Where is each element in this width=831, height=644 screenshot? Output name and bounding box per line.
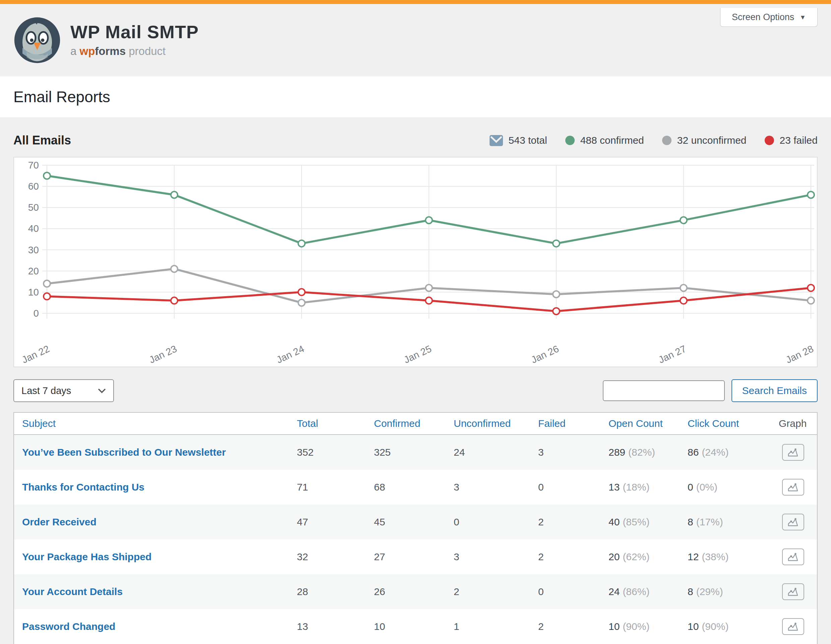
graph-cell: [771, 618, 817, 635]
row-graph-button[interactable]: [782, 444, 804, 461]
click-count-cell: 8(17%): [680, 516, 771, 528]
email-subject-link[interactable]: Your Package Has Shipped: [22, 551, 151, 562]
mini-graph-icon: [788, 622, 799, 631]
email-subject-link[interactable]: Thanks for Contacting Us: [22, 482, 145, 493]
date-range-select[interactable]: Last 7 days: [13, 379, 114, 402]
dot-icon: [765, 136, 774, 145]
search-input[interactable]: [603, 380, 725, 401]
svg-text:Jan 22: Jan 22: [20, 343, 51, 365]
subject-cell: Your Account Details: [14, 586, 289, 598]
click-count-cell: 10(90%): [680, 621, 771, 632]
mini-graph-icon: [788, 482, 799, 492]
subject-cell: Order Received: [14, 516, 289, 528]
row-graph-button[interactable]: [782, 479, 804, 496]
email-subject-link[interactable]: Order Received: [22, 516, 97, 527]
legend-item: 488 confirmed: [565, 135, 644, 146]
data-point-unconfirmed: [807, 297, 814, 304]
legend-label: 543 total: [509, 135, 547, 146]
confirmed-cell: 45: [366, 516, 446, 528]
mini-graph-icon: [788, 448, 799, 457]
data-point-confirmed: [171, 191, 178, 198]
main-content: All Emails 543 total488 confirmed32 unco…: [0, 117, 831, 644]
svg-text:50: 50: [28, 202, 39, 213]
data-point-confirmed: [298, 240, 305, 247]
column-header-failed[interactable]: Failed: [530, 418, 600, 429]
legend-item: 23 failed: [765, 135, 818, 146]
caret-down-icon: ▼: [799, 14, 806, 21]
total-cell: 352: [289, 447, 366, 458]
column-header-unconfirmed[interactable]: Unconfirmed: [446, 418, 530, 429]
confirmed-cell: 26: [366, 586, 446, 598]
data-point-unconfirmed: [553, 291, 560, 297]
svg-text:20: 20: [28, 266, 39, 277]
open-count-cell: 289(82%): [600, 447, 680, 458]
data-point-failed: [680, 297, 687, 304]
table-row: Order Received47450240(85%)8(17%): [14, 505, 817, 539]
column-header-click-count[interactable]: Click Count: [680, 418, 771, 429]
column-header-total[interactable]: Total: [289, 418, 366, 429]
column-header-subject[interactable]: Subject: [14, 418, 289, 429]
failed-cell: 0: [530, 586, 600, 598]
column-header-confirmed[interactable]: Confirmed: [366, 418, 446, 429]
failed-cell: 0: [530, 482, 600, 493]
emails-chart-card: 010203040506070Jan 22Jan 23Jan 24Jan 25J…: [13, 157, 818, 367]
svg-text:60: 60: [28, 181, 39, 192]
confirmed-cell: 27: [366, 551, 446, 563]
data-point-failed: [425, 297, 432, 304]
data-point-unconfirmed: [425, 285, 432, 291]
email-subject-link[interactable]: You’ve Been Subscribed to Our Newsletter: [22, 447, 226, 458]
search-emails-button[interactable]: Search Emails: [731, 379, 818, 402]
chart-legend: 543 total488 confirmed32 unconfirmed23 f…: [490, 135, 818, 146]
open-count-cell: 40(85%): [600, 516, 680, 528]
email-subject-link[interactable]: Password Changed: [22, 621, 115, 632]
column-header-open-count[interactable]: Open Count: [600, 418, 680, 429]
subject-cell: You’ve Been Subscribed to Our Newsletter: [14, 447, 289, 458]
page-title: Email Reports: [13, 88, 110, 106]
total-cell: 71: [289, 482, 366, 493]
row-graph-button[interactable]: [782, 618, 804, 635]
table-row: Your Account Details28262024(86%)8(29%): [14, 574, 817, 609]
data-point-confirmed: [553, 240, 560, 247]
total-cell: 28: [289, 586, 366, 598]
data-point-unconfirmed: [43, 280, 50, 287]
open-count-cell: 24(86%): [600, 586, 680, 598]
svg-text:Jan 27: Jan 27: [657, 343, 688, 365]
row-graph-button[interactable]: [782, 514, 804, 530]
click-count-cell: 0(0%): [680, 482, 771, 493]
svg-text:Jan 26: Jan 26: [529, 343, 560, 365]
tagline-prefix: a: [70, 45, 76, 57]
top-accent-bar: [0, 0, 831, 4]
legend-item: 543 total: [490, 135, 547, 146]
table-controls: Last 7 days Search Emails: [13, 379, 818, 402]
email-subject-link[interactable]: Your Account Details: [22, 586, 123, 597]
table-header-row: SubjectTotalConfirmedUnconfirmedFailedOp…: [14, 413, 817, 435]
section-head: All Emails 543 total488 confirmed32 unco…: [13, 117, 818, 148]
table-row: Password Changed13101210(90%)10(90%): [14, 609, 817, 644]
mini-graph-icon: [788, 517, 799, 527]
search-group: Search Emails: [603, 379, 818, 402]
graph-cell: [771, 444, 817, 461]
screen-options-button[interactable]: Screen Options ▼: [720, 8, 818, 27]
failed-cell: 2: [530, 551, 600, 563]
page-title-band: Email Reports: [0, 76, 831, 117]
click-count-cell: 12(38%): [680, 551, 771, 563]
unconfirmed-cell: 3: [446, 482, 530, 493]
data-point-confirmed: [425, 217, 432, 224]
failed-cell: 2: [530, 621, 600, 632]
legend-label: 488 confirmed: [580, 135, 644, 146]
subject-cell: Password Changed: [14, 621, 289, 632]
data-point-unconfirmed: [298, 299, 305, 306]
svg-text:Jan 28: Jan 28: [784, 343, 815, 365]
legend-label: 32 unconfirmed: [677, 135, 747, 146]
row-graph-button[interactable]: [782, 584, 804, 600]
total-cell: 32: [289, 551, 366, 563]
envelope-icon: [490, 135, 503, 146]
data-point-failed: [171, 297, 178, 304]
svg-text:Jan 25: Jan 25: [402, 343, 433, 365]
row-graph-button[interactable]: [782, 549, 804, 565]
screen-options-label: Screen Options: [732, 12, 794, 22]
table-row: You’ve Been Subscribed to Our Newsletter…: [14, 435, 817, 470]
svg-text:Jan 23: Jan 23: [147, 343, 178, 365]
app-header: WP Mail SMTP a wpforms product Screen Op…: [0, 4, 831, 76]
app-title: WP Mail SMTP: [70, 23, 199, 41]
